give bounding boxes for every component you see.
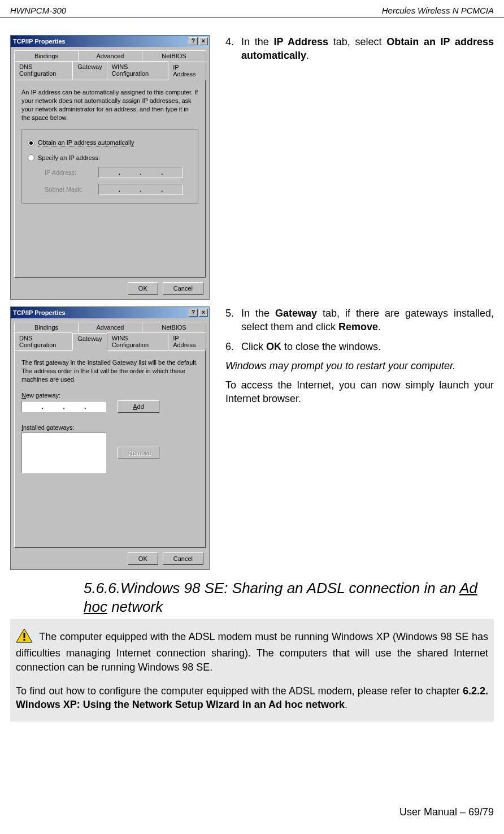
new-gateway-input[interactable]: ... [21,401,106,412]
titlebar: TCP/IP Properties ? × [11,36,209,47]
installed-gateways-label-rest: nstalled gateways: [23,424,75,431]
tab-advanced[interactable]: Advanced [78,322,142,332]
close-button[interactable]: × [199,37,208,45]
step-bold: IP Address [273,36,328,47]
subnet-mask-label: Subnet Mask: [45,186,93,193]
note-paragraph-1: The computer equipped with the ADSL mode… [16,631,488,673]
tab-wins[interactable]: WINS Configuration [107,332,168,350]
tab-dns[interactable]: DNS Configuration [14,332,73,350]
section-title: Windows 98 SE: Sharing an ADSL connectio… [120,580,459,597]
step-6: 6. Click OK to close the windows. [225,340,494,353]
radio-specify[interactable] [28,154,34,161]
ip-groupbox: Obtain an IP address automatically Speci… [21,129,198,204]
step-number: 4. [225,35,238,63]
radio-specify-label: Specify an IP address: [38,154,100,161]
step-text: Click [241,341,266,352]
tab-wins[interactable]: WINS Configuration [107,61,168,80]
dialog-title: TCP/IP Properties [13,309,189,316]
step-bold: OK [266,341,281,352]
cancel-button[interactable]: Cancel [163,282,203,295]
dialog-title: TCP/IP Properties [13,38,189,45]
dialog-description: The first gateway in the Installed Gatew… [21,358,198,384]
cancel-button[interactable]: Cancel [163,552,203,565]
step-text: In the [241,36,273,47]
svg-rect-2 [24,639,25,641]
tab-bindings[interactable]: Bindings [14,322,79,332]
help-button[interactable]: ? [189,37,198,45]
ip-address-label: IP Address: [45,169,93,176]
note-paragraph-2a: To find out how to configure the compute… [16,685,463,697]
tab-netbios[interactable]: NetBIOS [142,322,206,332]
close-button[interactable]: × [199,309,208,317]
add-button[interactable]: Add [118,400,159,413]
restart-prompt: Windows may prompt you to restart your c… [225,359,494,373]
step-bold: Gateway [275,308,317,319]
titlebar: TCP/IP Properties ? × [11,307,209,318]
tab-bindings[interactable]: Bindings [14,50,79,61]
radio-obtain-auto[interactable] [28,140,34,146]
step-5: 5. In the Gateway tab, if there are gate… [225,306,494,334]
tab-netbios[interactable]: NetBIOS [142,50,206,61]
note-paragraph-2c: . [345,699,347,710]
section-heading: 5.6.6.Windows 98 SE: Sharing an ADSL con… [84,579,494,616]
step-text: . [378,321,381,332]
step-text: to close the windows. [281,341,381,352]
step-bold: Remove [338,321,378,332]
page-footer: User Manual – 69/79 [399,806,494,818]
header-left: HWNPCM-300 [10,6,66,15]
ok-button[interactable]: OK [128,552,158,565]
tab-ipaddress[interactable]: IP Address [168,332,206,350]
dialog-description: An IP address can be automatically assig… [21,88,198,122]
installed-gateways-list[interactable] [21,433,106,473]
warning-icon [16,628,33,646]
svg-rect-1 [24,633,25,638]
tab-advanced[interactable]: Advanced [78,50,142,61]
radio-obtain-auto-label: Obtain an IP address automatically [38,139,134,146]
ok-button[interactable]: OK [128,282,158,295]
section-number: 5.6.6. [84,580,120,597]
tcpip-dialog-gateway: TCP/IP Properties ? × Bindings Advanced … [10,306,210,570]
note-box: The computer equipped with the ADSL mode… [10,619,494,721]
help-button[interactable]: ? [189,309,198,317]
tab-ipaddress[interactable]: IP Address [168,62,206,80]
step-4: 4. In the IP Address tab, select Obtain … [225,35,494,63]
remove-button: Remove [118,447,159,459]
step-text: In the [241,308,275,319]
new-gateway-label-rest: ew gateway: [26,392,60,399]
step-text: . [306,50,309,61]
step-number: 5. [225,306,238,334]
tcpip-dialog-ipaddress: TCP/IP Properties ? × Bindings Advanced … [10,35,210,300]
new-gateway-label: N [21,392,26,399]
subnet-mask-input: ... [98,184,183,195]
ip-address-input: ... [98,167,183,178]
tab-dns[interactable]: DNS Configuration [14,61,73,80]
step-number: 6. [225,340,238,353]
step-text: tab, select [328,36,386,47]
tab-gateway[interactable]: Gateway [72,333,107,351]
header-right: Hercules Wireless N PCMCIA [382,6,494,15]
access-internet-text: To access the Internet, you can now simp… [225,378,494,406]
tab-gateway[interactable]: Gateway [72,61,107,80]
section-title-end: network [107,598,163,615]
